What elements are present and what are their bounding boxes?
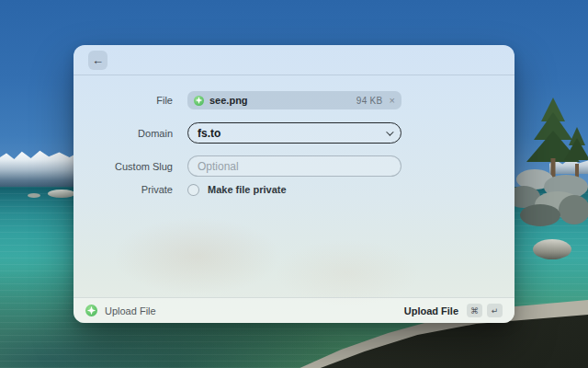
back-button[interactable]: ← bbox=[88, 51, 107, 70]
remove-file-icon[interactable]: × bbox=[390, 96, 395, 106]
private-checkbox-label: Make file private bbox=[208, 184, 287, 195]
file-label: File bbox=[88, 95, 173, 106]
custom-slug-input[interactable] bbox=[187, 155, 401, 177]
wallpaper-boulder bbox=[533, 239, 571, 259]
private-checkbox[interactable] bbox=[187, 184, 199, 196]
return-key-icon: ↵ bbox=[487, 304, 503, 317]
app-sparkle-icon bbox=[194, 96, 204, 106]
app-sparkle-icon bbox=[85, 305, 97, 316]
domain-row: Domain fs.to bbox=[88, 122, 401, 144]
wallpaper-small-rock bbox=[48, 190, 75, 198]
file-size: 94 KB bbox=[356, 96, 383, 106]
domain-selected-value: fs.to bbox=[198, 127, 220, 140]
private-row: Private Make file private bbox=[88, 183, 401, 196]
custom-slug-row: Custom Slug bbox=[88, 155, 401, 177]
upload-file-action[interactable]: Upload File ⌘ ↵ bbox=[404, 304, 503, 317]
file-chip[interactable]: see.png 94 KB × bbox=[187, 91, 401, 109]
command-name: Upload File bbox=[105, 305, 156, 316]
custom-slug-label: Custom Slug bbox=[88, 161, 173, 172]
upload-file-action-label: Upload File bbox=[404, 305, 458, 316]
domain-select[interactable]: fs.to bbox=[187, 122, 401, 144]
back-arrow-icon: ← bbox=[92, 54, 104, 66]
window-footer: Upload File Upload File ⌘ ↵ bbox=[74, 297, 514, 323]
file-name: see.png bbox=[209, 95, 248, 106]
chevron-down-icon bbox=[386, 128, 393, 135]
window-header: ← bbox=[74, 45, 514, 75]
wallpaper-boulders bbox=[507, 167, 588, 228]
command-key-icon: ⌘ bbox=[467, 304, 482, 317]
upload-file-window: ← File see.png 94 KB × Domain fs.to Cust… bbox=[74, 45, 514, 323]
wallpaper-small-rock bbox=[28, 193, 40, 198]
private-label: Private bbox=[88, 184, 173, 195]
file-row: File see.png 94 KB × bbox=[88, 91, 401, 109]
domain-label: Domain bbox=[88, 128, 173, 139]
